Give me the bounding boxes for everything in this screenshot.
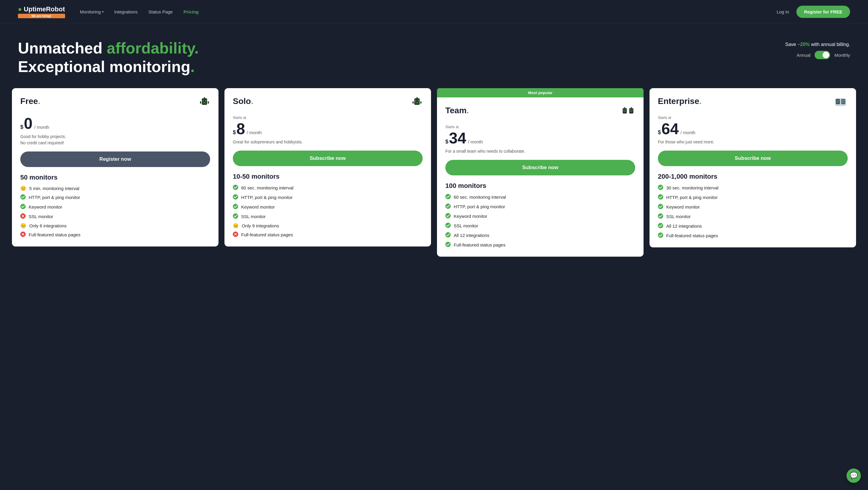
plan-header: Team. xyxy=(445,106,635,119)
free-subscribe-button[interactable]: Register now xyxy=(20,151,210,167)
feature-icon xyxy=(20,204,26,210)
billing-toggle-switch[interactable] xyxy=(814,51,830,59)
price-period: / month xyxy=(34,124,49,130)
plan-wrapper-free: Free.$0/ monthGood for hobby projects.No… xyxy=(12,88,218,247)
feature-icon xyxy=(445,242,451,248)
plan-icon xyxy=(621,106,635,119)
svg-rect-32 xyxy=(623,111,626,112)
nav-pricing[interactable]: Pricing xyxy=(184,9,199,15)
monitors-count: 50 monitors xyxy=(20,174,210,181)
plan-header: Free. xyxy=(20,96,210,110)
feature-text: SSL monitor xyxy=(666,214,691,219)
plan-icon xyxy=(411,96,423,110)
monitors-count: 10-50 monitors xyxy=(233,173,423,180)
plan-card-solo: Solo.Starts at$8/ monthGreat for solopre… xyxy=(224,88,431,247)
starts-at: Starts at xyxy=(445,125,635,129)
svg-point-17 xyxy=(418,100,419,101)
hero-line1: Unmatched affordability. xyxy=(18,39,199,57)
enterprise-subscribe-button[interactable]: Subscribe now xyxy=(658,151,848,166)
feature-text: 30 sec. monitoring interval xyxy=(666,185,718,190)
feature-item: HTTP, port & ping monitor xyxy=(20,194,210,201)
chat-button[interactable]: 💬 xyxy=(846,468,861,483)
plan-description: Great for solopreneurs and hobbyists. xyxy=(233,139,423,145)
svg-rect-38 xyxy=(631,107,632,109)
feature-icon xyxy=(233,232,238,238)
feature-text: Only 6 integrations xyxy=(29,223,67,228)
svg-point-51 xyxy=(842,100,843,101)
feature-item: 😐5 min. monitoring interval xyxy=(20,185,210,191)
price-period: / month xyxy=(468,139,483,144)
hero-section: Unmatched affordability. Exceptional mon… xyxy=(0,24,868,85)
popular-badge: Most popular xyxy=(437,88,644,97)
plan-wrapper-solo: Solo.Starts at$8/ monthGreat for solopre… xyxy=(224,88,431,247)
register-button[interactable]: Register for FREE xyxy=(796,6,850,18)
feature-icon xyxy=(445,223,451,229)
feature-list: 😐5 min. monitoring intervalHTTP, port & … xyxy=(20,185,210,238)
feature-list: 30 sec. monitoring intervalHTTP, port & … xyxy=(658,185,848,239)
plan-card-free: Free.$0/ monthGood for hobby projects.No… xyxy=(12,88,218,247)
svg-point-36 xyxy=(632,109,633,110)
monitors-count: 200-1,000 monitors xyxy=(658,173,848,180)
svg-point-16 xyxy=(415,100,416,101)
price-row: $0/ month xyxy=(20,116,210,131)
feature-list: 60 sec. monitoring intervalHTTP, port & … xyxy=(233,185,423,238)
feature-item: 60 sec. monitoring interval xyxy=(233,185,423,191)
feature-item: Full-featured status pages xyxy=(20,232,210,238)
svg-point-24 xyxy=(233,204,238,209)
svg-point-2 xyxy=(205,100,207,101)
svg-point-40 xyxy=(445,203,451,209)
svg-point-39 xyxy=(445,194,451,199)
nav-integrations[interactable]: Integrations xyxy=(114,9,137,15)
feature-item: 😐Only 9 integrations xyxy=(233,223,423,229)
svg-point-1 xyxy=(203,100,204,101)
svg-point-47 xyxy=(837,100,838,101)
svg-point-41 xyxy=(445,213,451,219)
feature-icon xyxy=(20,194,26,201)
price-amount: 64 xyxy=(661,121,679,137)
feature-item: Keyword monitor xyxy=(20,204,210,210)
svg-rect-29 xyxy=(623,108,627,114)
svg-rect-37 xyxy=(630,111,632,112)
svg-rect-53 xyxy=(842,102,844,103)
feature-text: HTTP, port & ping monitor xyxy=(241,195,292,200)
plan-header: Enterprise. xyxy=(658,96,848,110)
feature-text: 5 min. monitoring interval xyxy=(29,186,80,191)
feature-icon xyxy=(20,213,26,220)
svg-rect-46 xyxy=(836,99,840,104)
svg-point-42 xyxy=(445,223,451,228)
feature-icon: 😐 xyxy=(20,185,26,191)
billing-toggle-area: Save ~20% with annual billing. Annual Mo… xyxy=(785,39,850,59)
svg-rect-19 xyxy=(416,97,417,99)
billing-save-text: Save ~20% with annual billing. xyxy=(785,42,850,47)
plan-description: Good for hobby projects.No credit card r… xyxy=(20,134,210,146)
hiring-badge[interactable]: We are hiring! xyxy=(18,14,65,18)
plan-description: For those who just need more. xyxy=(658,139,848,145)
feature-icon xyxy=(233,194,238,201)
feature-text: Full-featured status pages xyxy=(666,233,718,238)
solo-subscribe-button[interactable]: Subscribe now xyxy=(233,151,423,166)
svg-rect-0 xyxy=(202,98,207,105)
pricing-section: Free.$0/ monthGood for hobby projects.No… xyxy=(0,85,868,268)
starts-at: Starts at xyxy=(658,116,848,120)
feature-icon xyxy=(445,194,451,200)
price-amount: 0 xyxy=(24,116,33,131)
svg-point-44 xyxy=(445,242,451,247)
feature-item: SSL monitor xyxy=(233,213,423,220)
feature-text: Only 9 integrations xyxy=(242,223,279,228)
svg-point-23 xyxy=(233,194,238,200)
nav-links: Monitoring ▾ Integrations Status Page Pr… xyxy=(80,9,777,15)
nav-right: Log In Register for FREE xyxy=(777,6,850,18)
feature-text: SSL monitor xyxy=(454,223,478,228)
nav-status-page[interactable]: Status Page xyxy=(148,9,173,15)
login-link[interactable]: Log In xyxy=(777,9,789,15)
feature-text: HTTP, port & ping monitor xyxy=(666,195,718,200)
feature-text: Keyword monitor xyxy=(666,204,700,209)
feature-item: Keyword monitor xyxy=(445,213,635,220)
svg-rect-18 xyxy=(415,103,418,103)
hero-title: Unmatched affordability. Exceptional mon… xyxy=(18,39,199,76)
team-subscribe-button[interactable]: Subscribe now xyxy=(445,160,635,175)
svg-point-59 xyxy=(658,232,663,238)
price-row: $34/ month xyxy=(445,130,635,146)
nav-monitoring[interactable]: Monitoring ▾ xyxy=(80,9,103,15)
feature-item: HTTP, port & ping monitor xyxy=(445,203,635,210)
